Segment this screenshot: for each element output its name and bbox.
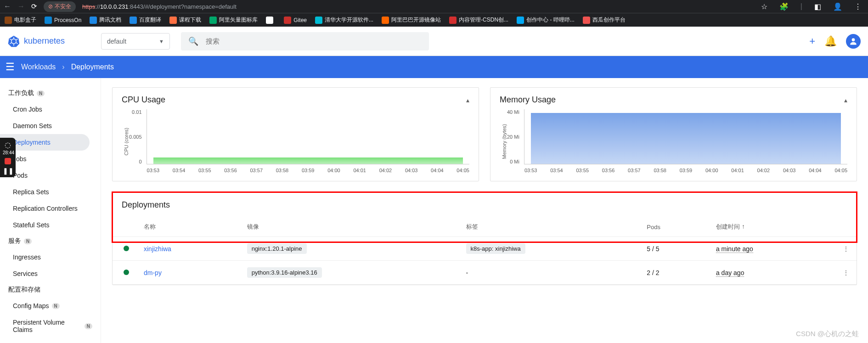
sidebar-item-config-maps[interactable]: Config MapsN: [0, 298, 101, 314]
sidebar-item-cron-jobs[interactable]: Cron Jobs: [0, 101, 101, 118]
star-icon[interactable]: ☆: [758, 2, 770, 11]
notifications-icon[interactable]: 🔔: [824, 35, 837, 47]
cpu-card-title: CPU Usage: [122, 95, 165, 105]
bookmark-favicon: [583, 17, 590, 24]
mem-chart: Memory (bytes) 40 Mi20 Mi0 Mi 03:5303:54…: [500, 109, 847, 174]
recorder-spinner-icon: ◌: [3, 141, 13, 149]
namespace-value: default: [107, 38, 126, 45]
bookmark-item[interactable]: ProcessOn: [45, 17, 81, 24]
cpu-usage-card: CPU Usage ▴ CPU (cores) 0.010.0050 03:53…: [112, 87, 479, 181]
table-row: dm-pypython:3.9.16-alpine3.16-2 / 2a day…: [113, 261, 857, 285]
create-icon[interactable]: +: [809, 35, 815, 47]
column-header[interactable]: Pods: [639, 217, 709, 237]
cpu-y-label: CPU (cores): [122, 128, 129, 156]
breadcrumb-workloads[interactable]: Workloads: [21, 63, 56, 71]
deployment-name-link[interactable]: xinjizhiwa: [144, 245, 171, 253]
bookmark-item[interactable]: 清华大学开源软件...: [315, 16, 373, 24]
deployments-table: 名称镜像标签Pods创建时间↑ xinjizhiwanginx:1.20.1-a…: [113, 217, 857, 285]
extensions-icon[interactable]: 🧩: [777, 2, 791, 11]
search-input[interactable]: [206, 37, 422, 45]
sidebar-item-daemon-sets[interactable]: Daemon Sets: [0, 118, 101, 134]
sort-asc-icon: ↑: [742, 223, 745, 230]
chevron-down-icon: ▼: [159, 39, 164, 44]
logo-area[interactable]: kubernetes: [7, 35, 90, 48]
column-header[interactable]: 标签: [459, 217, 640, 237]
bookmark-item[interactable]: 腾讯文档: [90, 16, 121, 24]
bookmark-favicon: [284, 17, 291, 24]
bookmark-favicon: [315, 17, 322, 24]
bookmark-item[interactable]: 百度翻译: [130, 16, 161, 24]
bookmark-item[interactable]: 课程下载: [169, 16, 201, 24]
pods-count: 5 / 5: [639, 237, 709, 261]
bookmark-item[interactable]: Gitee: [284, 17, 307, 24]
account-icon[interactable]: [846, 34, 861, 49]
row-menu-icon[interactable]: ⋮: [835, 237, 857, 261]
bookmark-favicon: [209, 17, 217, 24]
table-title: Deployments: [122, 200, 170, 210]
brand-text: kubernetes: [24, 36, 65, 46]
pods-count: 2 / 2: [639, 261, 709, 285]
menu-icon[interactable]: ☰: [6, 61, 15, 73]
row-menu-icon[interactable]: ⋮: [835, 261, 857, 285]
chevron-right-icon: ›: [62, 63, 64, 71]
breadcrumb-bar: ☰ Workloads › Deployments: [0, 56, 868, 78]
status-dot-icon: [124, 246, 129, 251]
sidebar-item-services[interactable]: Services: [0, 265, 101, 282]
column-header[interactable]: 镜像: [240, 217, 459, 237]
svg-point-8: [852, 38, 855, 41]
stop-record-icon[interactable]: [5, 158, 11, 164]
sidebar-group-services[interactable]: 服务 N: [0, 233, 101, 249]
forward-icon[interactable]: →: [17, 2, 25, 11]
created-time: a minute ago: [716, 245, 753, 253]
browser-menu-icon[interactable]: ⋮: [851, 2, 864, 11]
status-dot-icon: [124, 270, 129, 275]
created-time: a day ago: [716, 269, 744, 277]
insecure-badge[interactable]: ⊘ 不安全: [44, 1, 76, 12]
back-icon[interactable]: ←: [4, 2, 11, 11]
label-chip: k8s-app: xinjizhiwa: [466, 243, 525, 254]
app-header: kubernetes default ▼ 🔍 + 🔔: [0, 27, 868, 56]
search-box[interactable]: 🔍: [181, 32, 429, 51]
sidebar-item-stateful-sets[interactable]: Stateful Sets: [0, 217, 101, 233]
bookmark-item[interactable]: 阿里矢量图标库: [209, 16, 258, 24]
cpu-chart: CPU (cores) 0.010.0050 03:5303:5403:5503…: [122, 109, 469, 174]
namespace-select[interactable]: default ▼: [101, 33, 170, 50]
sidebar-item-replication-controllers[interactable]: Replication Controllers: [0, 200, 101, 217]
browser-top-bar: ← → ⟳ ⊘ 不安全 https://10.0.0.231:8443/#/de…: [0, 0, 868, 13]
screen-recorder-widget[interactable]: ◌ 28:44 ❚❚: [0, 138, 16, 177]
column-header[interactable]: 创建时间↑: [709, 217, 835, 237]
sidebar-group-config[interactable]: 配置和存储: [0, 282, 101, 298]
bookmark-item[interactable]: [266, 17, 276, 24]
warn-icon: ⊘: [48, 3, 53, 10]
collapse-icon[interactable]: ▴: [466, 96, 469, 104]
badge-n: N: [24, 238, 32, 244]
bookmark-item[interactable]: 阿里巴巴开源镜像站: [382, 16, 441, 24]
sidepanel-icon[interactable]: ◧: [812, 2, 824, 11]
pause-icon[interactable]: ❚❚: [3, 167, 13, 174]
deployment-name-link[interactable]: dm-py: [144, 269, 162, 276]
bookmark-favicon: [382, 17, 389, 24]
bookmark-favicon: [90, 17, 97, 24]
mem-y-label: Memory (bytes): [500, 124, 507, 159]
deployments-table-card: Deployments 名称镜像标签Pods创建时间↑ xinjizhiwang…: [112, 192, 857, 285]
sidebar-item-ingresses[interactable]: Ingresses: [0, 249, 101, 265]
search-icon: 🔍: [188, 36, 198, 46]
sidebar-item-replica-sets[interactable]: Replica Sets: [0, 184, 101, 200]
profile-icon[interactable]: 👤: [830, 2, 845, 11]
bookmark-favicon: [169, 17, 177, 24]
address-bar[interactable]: https://10.0.0.231:8443/#/deployment?nam…: [82, 3, 237, 10]
collapse-icon[interactable]: ▴: [844, 96, 847, 104]
bookmark-item[interactable]: 创作中心 - 哔哩哔...: [517, 16, 575, 24]
memory-usage-card: Memory Usage ▴ Memory (bytes) 40 Mi20 Mi…: [490, 87, 857, 181]
sidebar-item-persistent-volume-claims[interactable]: Persistent Volume ClaimsN: [0, 314, 101, 338]
breadcrumb-deployments: Deployments: [71, 63, 114, 71]
image-chip: python:3.9.16-alpine3.16: [247, 267, 322, 278]
content-area: CPU Usage ▴ CPU (cores) 0.010.0050 03:53…: [101, 78, 868, 343]
bookmark-item[interactable]: 电影盒子: [5, 16, 36, 24]
sidebar-group-workloads[interactable]: 工作负载 N: [0, 85, 101, 101]
bookmark-item[interactable]: 西瓜创作平台: [583, 16, 626, 24]
reload-icon[interactable]: ⟳: [31, 2, 37, 11]
bookmark-item[interactable]: 内容管理-CSDN创...: [449, 16, 508, 24]
image-chip: nginx:1.20.1-alpine: [247, 243, 307, 254]
column-header[interactable]: 名称: [136, 217, 240, 237]
